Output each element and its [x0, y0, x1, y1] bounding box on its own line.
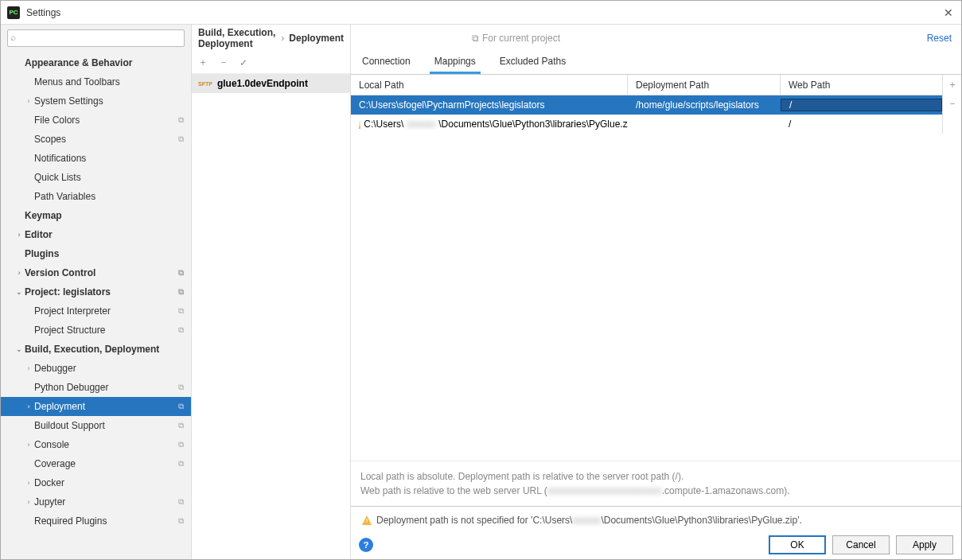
project-scope-icon: ⧉: [175, 459, 186, 469]
tree-item-label: Build, Execution, Deployment: [25, 344, 159, 355]
tree-item-coverage[interactable]: Coverage⧉: [1, 454, 191, 473]
tree-item-editor[interactable]: ›Editor: [1, 225, 191, 244]
help-icon[interactable]: ?: [359, 538, 373, 552]
tree-item-buildout-support[interactable]: Buildout Support⧉: [1, 416, 191, 435]
expand-icon: ›: [23, 441, 34, 449]
project-scope-icon: ⧉: [175, 134, 186, 144]
tree-item-label: Buildout Support: [34, 420, 105, 431]
tree-item-label: Docker: [34, 477, 64, 488]
expand-icon: ⌄: [14, 288, 25, 296]
tree-item-label: Deployment: [34, 401, 85, 412]
tree-item-label: Required Plugins: [34, 515, 107, 527]
tree-item-system-settings[interactable]: ›System Settings: [1, 91, 191, 111]
tree-item-label: Project Structure: [34, 325, 105, 336]
tree-item-docker[interactable]: ›Docker: [1, 473, 191, 492]
tree-item-label: Keymap: [25, 210, 62, 221]
tree-item-label: Debugger: [34, 363, 76, 374]
tree-item-scopes[interactable]: Scopes⧉: [1, 130, 191, 149]
tree-item-console[interactable]: ›Console⧉: [1, 435, 191, 454]
tree-item-menus-and-toolbars[interactable]: Menus and Toolbars: [1, 72, 191, 91]
tree-item-label: Scopes: [34, 134, 66, 145]
mappings-header: Local Path Deployment Path Web Path: [351, 75, 942, 95]
cell-local-path[interactable]: !C:\Users\xxxxxx\Documents\Glue\Python3\…: [351, 119, 628, 130]
cell-local-path[interactable]: C:\Users\sfogel\PycharmProjects\legislat…: [351, 99, 628, 111]
path-info: Local path is absolute. Deployment path …: [351, 461, 961, 506]
project-scope-icon: ⧉: [175, 421, 186, 430]
ok-button[interactable]: OK: [769, 535, 826, 554]
chevron-right-icon: ›: [281, 33, 284, 44]
cell-web-path[interactable]: /: [781, 99, 942, 111]
set-default-icon[interactable]: ✓: [240, 57, 247, 68]
expand-icon: ›: [23, 402, 34, 410]
tree-item-project-legislators[interactable]: ⌄Project: legislators⧉: [1, 282, 191, 301]
settings-tree[interactable]: Appearance & BehaviorMenus and Toolbars›…: [1, 52, 191, 559]
tree-item-jupyter[interactable]: ›Jupyter⧉: [1, 492, 191, 511]
search-input[interactable]: [7, 29, 185, 47]
deployment-panel: ⧉ For current project Reset Connection M…: [351, 25, 961, 559]
mapping-row[interactable]: C:\Users\sfogel\PycharmProjects\legislat…: [351, 95, 942, 115]
tree-item-version-control[interactable]: ›Version Control⧉: [1, 263, 191, 282]
project-scope-icon: ⧉: [175, 115, 186, 125]
reset-link[interactable]: Reset: [927, 33, 952, 44]
tree-item-label: Menus and Toolbars: [34, 76, 120, 88]
tree-item-debugger[interactable]: ›Debugger: [1, 359, 191, 378]
tree-item-label: Project Interpreter: [34, 305, 111, 317]
tree-item-appearance-behavior[interactable]: Appearance & Behavior: [1, 53, 191, 72]
breadcrumb-seg[interactable]: Build, Execution, Deployment: [198, 27, 276, 49]
project-scope-icon: ⧉: [175, 306, 186, 316]
tree-item-python-debugger[interactable]: Python Debugger⧉: [1, 378, 191, 397]
tree-item-label: Notifications: [34, 153, 86, 164]
expand-icon: ›: [23, 97, 34, 105]
tree-item-keymap[interactable]: Keymap: [1, 206, 191, 225]
close-icon[interactable]: ✕: [942, 6, 955, 19]
tab-mappings[interactable]: Mappings: [430, 51, 481, 74]
tab-connection[interactable]: Connection: [357, 51, 415, 74]
cancel-button[interactable]: Cancel: [832, 535, 890, 554]
tree-item-file-colors[interactable]: File Colors⧉: [1, 111, 191, 130]
tree-item-project-structure[interactable]: Project Structure⧉: [1, 321, 191, 340]
expand-icon: ›: [23, 479, 34, 487]
search-icon: ⌕: [10, 32, 16, 43]
add-mapping-icon[interactable]: ＋: [943, 75, 961, 94]
col-web[interactable]: Web Path: [781, 75, 942, 95]
tree-item-plugins[interactable]: Plugins: [1, 244, 191, 263]
warning-icon: !: [359, 119, 360, 129]
expand-icon: ›: [14, 231, 25, 239]
cell-web-path[interactable]: /: [781, 119, 942, 130]
tab-excluded[interactable]: Excluded Paths: [495, 51, 571, 74]
project-scope-icon: ⧉: [175, 402, 186, 411]
tree-item-path-variables[interactable]: Path Variables: [1, 187, 191, 206]
col-local[interactable]: Local Path: [351, 75, 628, 95]
tree-item-deployment[interactable]: ›Deployment⧉: [1, 397, 191, 416]
tree-item-label: Path Variables: [34, 191, 95, 202]
project-scope-icon: ⧉: [175, 383, 186, 392]
tree-item-label: Editor: [25, 229, 53, 240]
project-scope-hint: ⧉ For current project: [472, 33, 560, 44]
tree-item-label: Quick Lists: [34, 172, 81, 183]
tree-item-project-interpreter[interactable]: Project Interpreter⧉: [1, 301, 191, 321]
tree-item-quick-lists[interactable]: Quick Lists: [1, 168, 191, 187]
expand-icon: ⌄: [14, 345, 25, 353]
add-server-icon[interactable]: ＋: [198, 56, 208, 69]
apply-button[interactable]: Apply: [896, 535, 953, 554]
tree-item-label: Project: legislators: [25, 286, 111, 298]
cell-deploy-path[interactable]: /home/glue/scripts/legislators: [628, 99, 781, 111]
tree-item-label: Jupyter: [34, 496, 65, 508]
breadcrumb: Build, Execution, Deployment › Deploymen…: [192, 25, 350, 52]
project-scope-icon: ⧉: [175, 516, 186, 526]
project-scope-icon: ⧉: [175, 440, 186, 449]
protocol-icon: SFTP: [198, 81, 212, 87]
tree-item-notifications[interactable]: Notifications: [1, 149, 191, 168]
remove-server-icon[interactable]: －: [219, 56, 228, 69]
tree-item-build-execution-deployment[interactable]: ⌄Build, Execution, Deployment: [1, 340, 191, 359]
col-deploy[interactable]: Deployment Path: [628, 75, 781, 95]
window-title: Settings: [26, 7, 942, 18]
mapping-row[interactable]: !C:\Users\xxxxxx\Documents\Glue\Python3\…: [351, 115, 942, 134]
expand-icon: ›: [23, 498, 34, 506]
tree-item-label: System Settings: [34, 95, 103, 107]
remove-mapping-icon[interactable]: －: [943, 94, 961, 113]
project-scope-icon: ⧉: [175, 325, 186, 335]
tree-item-required-plugins[interactable]: Required Plugins⧉: [1, 511, 191, 531]
warning-message: ! Deployment path is not specified for '…: [359, 511, 953, 529]
server-item[interactable]: SFTPglue1.0devEndpoint: [192, 74, 350, 93]
